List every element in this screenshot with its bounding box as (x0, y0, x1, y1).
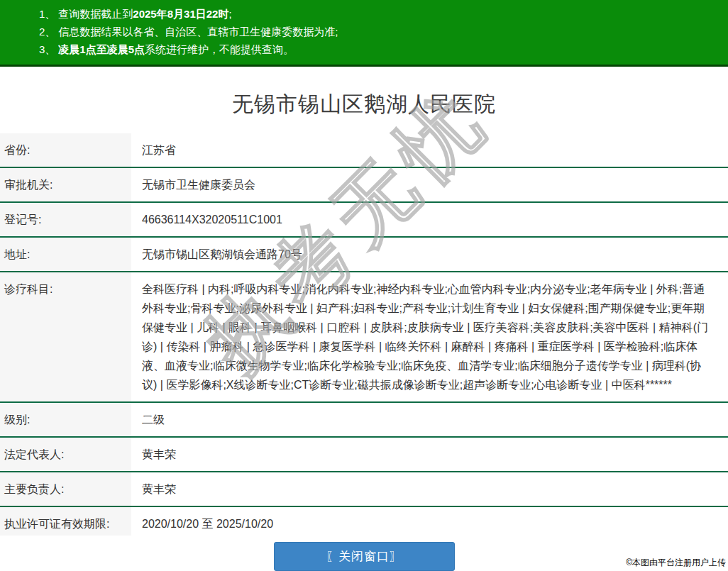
row-value: 无锡市锡山区鹅湖镇会通路70号 (131, 238, 728, 271)
table-row: 审批机关:无锡市卫生健康委员会 (0, 168, 728, 203)
row-label: 级别: (0, 403, 131, 436)
notice-banner: 1、查询数据截止到2025年8月31日22时;2、信息数据结果以各省、自治区、直… (0, 0, 728, 67)
footer-bar: 〖关闭窗口〗 (0, 536, 728, 571)
close-window-button[interactable]: 〖关闭窗口〗 (274, 542, 455, 571)
row-value: 无锡市卫生健康委员会 (131, 168, 728, 201)
notice-item-number: 2、 (39, 26, 55, 38)
table-row: 级别:二级 (0, 403, 728, 438)
credit-text: ©本图由平台注册用户上传 (626, 557, 726, 569)
notice-item-text: 2025年8月31日22时 (133, 8, 228, 20)
page-title: 无锡市锡山区鹅湖人民医院 (0, 67, 728, 133)
row-label: 法定代表人: (0, 438, 131, 471)
notice-item: 2、信息数据结果以各省、自治区、直辖市卫生健康委数据为准; (39, 23, 714, 40)
row-label: 主要负责人: (0, 472, 131, 506)
notice-item: 3、凌晨1点至凌晨5点系统进行维护，不能提供查询。 (39, 40, 714, 58)
row-label: 省份: (0, 133, 131, 167)
notice-item-number: 3、 (39, 43, 55, 55)
hospital-info-table: 省份:江苏省审批机关:无锡市卫生健康委员会登记号:46636114X320205… (0, 133, 728, 542)
notice-item: 1、查询数据截止到2025年8月31日22时; (39, 5, 714, 23)
row-label: 登记号: (0, 203, 131, 236)
table-row: 法定代表人:黄丰荣 (0, 438, 728, 472)
row-value: 二级 (131, 403, 728, 436)
row-value: 江苏省 (131, 133, 728, 167)
row-label: 审批机关: (0, 168, 131, 201)
row-label: 诊疗科目: (0, 272, 131, 401)
row-value: 黄丰荣 (131, 438, 728, 471)
notice-item-text: 凌晨1点至凌晨5点 (58, 43, 145, 55)
row-value: 全科医疗科 | 内科;呼吸内科专业;消化内科专业;神经内科专业;心血管内科专业;… (131, 272, 728, 401)
notice-item-text: 信息数据结果以各省、自治区、直辖市卫生健康委数据为准; (58, 26, 338, 38)
row-value: 黄丰荣 (131, 472, 728, 506)
row-value: 46636114X32020511C1001 (131, 203, 728, 236)
table-row: 地址:无锡市锡山区鹅湖镇会通路70号 (0, 238, 728, 272)
table-row: 登记号:46636114X32020511C1001 (0, 203, 728, 238)
notice-item-text: ; (228, 8, 231, 20)
table-row: 省份:江苏省 (0, 133, 728, 168)
notice-item-text: 系统进行维护，不能提供查询。 (145, 43, 294, 55)
row-label: 地址: (0, 238, 131, 271)
table-row: 诊疗科目:全科医疗科 | 内科;呼吸内科专业;消化内科专业;神经内科专业;心血管… (0, 272, 728, 403)
notice-item-number: 1、 (39, 8, 55, 20)
notice-item-text: 查询数据截止到 (58, 8, 133, 20)
table-row: 主要负责人:黄丰荣 (0, 472, 728, 507)
